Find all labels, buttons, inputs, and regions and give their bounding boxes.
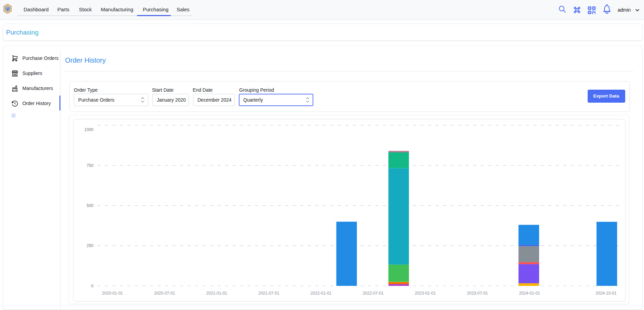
svg-text:2020-01-01: 2020-01-01 <box>102 291 123 296</box>
svg-text:2022-01-01: 2022-01-01 <box>310 291 331 296</box>
svg-text:2023-01-01: 2023-01-01 <box>415 291 436 296</box>
svg-text:500: 500 <box>86 203 93 208</box>
svg-text:750: 750 <box>86 163 93 168</box>
svg-text:2024-10-01: 2024-10-01 <box>595 291 617 296</box>
svg-text:0: 0 <box>91 284 93 288</box>
svg-text:2021-07-01: 2021-07-01 <box>258 291 279 296</box>
svg-text:250: 250 <box>86 243 93 248</box>
svg-text:2021-01-01: 2021-01-01 <box>206 291 227 296</box>
svg-text:2023-07-01: 2023-07-01 <box>467 291 488 296</box>
svg-text:2024-01-01: 2024-01-01 <box>519 291 540 296</box>
svg-text:2022-07-01: 2022-07-01 <box>362 291 384 296</box>
svg-text:2020-07-01: 2020-07-01 <box>154 291 175 296</box>
svg-text:1000: 1000 <box>84 127 93 132</box>
